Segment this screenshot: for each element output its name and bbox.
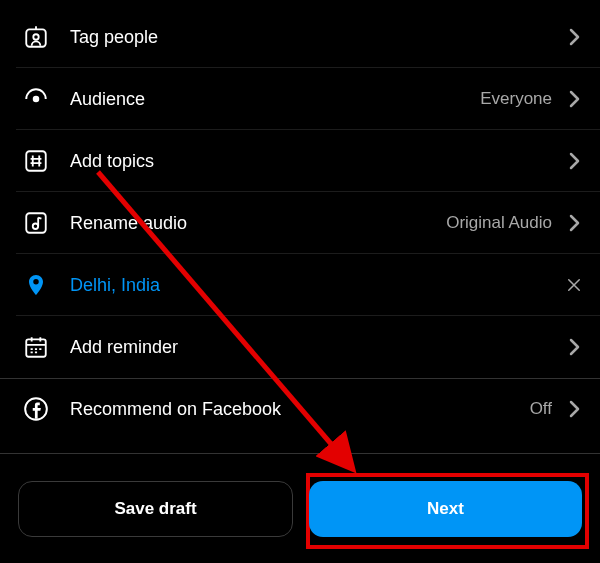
add-reminder-label: Add reminder	[56, 337, 556, 358]
svg-rect-6	[26, 339, 46, 356]
recommend-facebook-label: Recommend on Facebook	[56, 399, 530, 420]
next-button[interactable]: Next	[309, 481, 582, 537]
recommend-facebook-value: Off	[530, 399, 556, 419]
svg-rect-3	[26, 151, 46, 171]
save-draft-label: Save draft	[114, 499, 196, 519]
audience-label: Audience	[56, 89, 480, 110]
rename-audio-label: Rename audio	[56, 213, 446, 234]
svg-point-1	[33, 34, 38, 39]
svg-point-2	[33, 96, 40, 103]
location-pin-icon	[16, 265, 56, 305]
row-location[interactable]: Delhi, India	[0, 254, 600, 316]
row-audience[interactable]: Audience Everyone	[0, 68, 600, 130]
row-recommend-facebook[interactable]: Recommend on Facebook Off	[0, 378, 600, 440]
save-draft-button[interactable]: Save draft	[18, 481, 293, 537]
svg-point-5	[33, 224, 38, 229]
tag-people-icon	[16, 17, 56, 57]
chevron-right-icon	[556, 17, 592, 57]
chevron-right-icon	[556, 203, 592, 243]
tag-people-label: Tag people	[56, 27, 556, 48]
row-rename-audio[interactable]: Rename audio Original Audio	[0, 192, 600, 254]
facebook-icon	[16, 389, 56, 429]
chevron-right-icon	[556, 389, 592, 429]
rename-audio-value: Original Audio	[446, 213, 556, 233]
row-add-topics[interactable]: Add topics	[0, 130, 600, 192]
clear-location-button[interactable]	[556, 265, 592, 305]
footer-bar: Save draft Next	[0, 453, 600, 563]
svg-rect-0	[26, 29, 46, 46]
audience-icon	[16, 79, 56, 119]
next-label: Next	[427, 499, 464, 519]
add-topics-label: Add topics	[56, 151, 556, 172]
row-tag-people[interactable]: Tag people	[0, 6, 600, 68]
row-add-reminder[interactable]: Add reminder	[0, 316, 600, 378]
audio-icon	[16, 203, 56, 243]
chevron-right-icon	[556, 79, 592, 119]
chevron-right-icon	[556, 141, 592, 181]
location-label: Delhi, India	[56, 275, 556, 296]
hashtag-icon	[16, 141, 56, 181]
chevron-right-icon	[556, 327, 592, 367]
audience-value: Everyone	[480, 89, 556, 109]
calendar-icon	[16, 327, 56, 367]
settings-list: Tag people Audience Everyone Add topics	[0, 6, 600, 440]
